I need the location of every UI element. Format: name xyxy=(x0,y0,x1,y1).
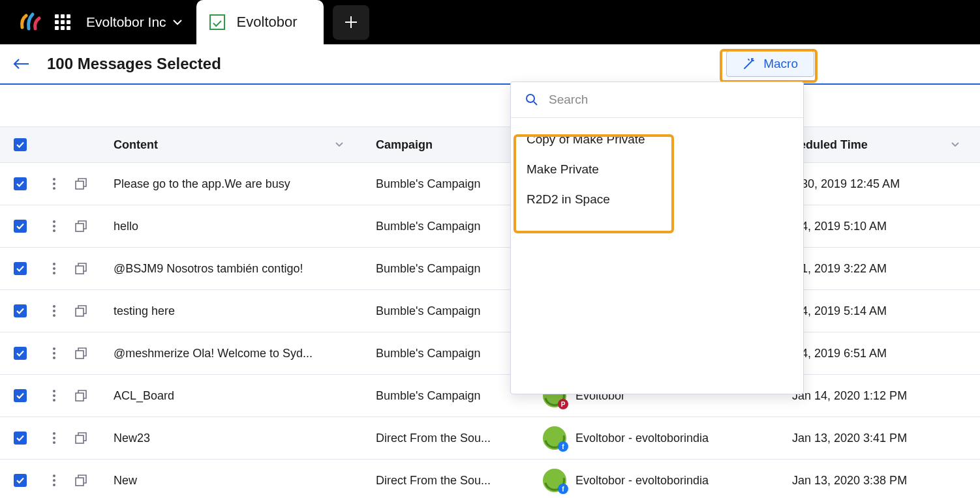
account-name: Evoltobor - evoltoborindia xyxy=(575,474,709,488)
row-menu-icon[interactable] xyxy=(50,475,59,486)
row-scheduled-time: v 30, 2019 12:45 AM xyxy=(779,177,980,191)
dropdown-search-row xyxy=(511,82,803,118)
tab-title: Evoltobor xyxy=(237,14,298,31)
row-menu-icon[interactable] xyxy=(50,263,59,274)
chevron-down-icon xyxy=(335,142,343,147)
row-checkbox[interactable] xyxy=(14,474,27,487)
svg-rect-4 xyxy=(76,351,84,359)
tab-check-icon xyxy=(209,14,225,30)
row-campaign: Direct From the Sou... xyxy=(361,474,538,488)
account-avatar: f xyxy=(543,426,566,450)
row-scheduled-time: c 4, 2019 5:10 AM xyxy=(779,220,980,233)
table-row: testing hereBumble's Campaignc 4, 2019 5… xyxy=(0,290,980,332)
expand-icon[interactable] xyxy=(74,389,87,402)
row-checkbox[interactable] xyxy=(14,177,27,190)
expand-icon[interactable] xyxy=(74,262,87,275)
row-checkbox[interactable] xyxy=(14,432,27,445)
svg-rect-3 xyxy=(76,308,84,316)
active-tab[interactable]: Evoltobor xyxy=(196,0,324,44)
row-content: @BSJM9 Nosotros también contigo! xyxy=(114,262,361,276)
svg-rect-2 xyxy=(76,266,84,274)
svg-rect-0 xyxy=(76,181,84,189)
chevron-down-icon xyxy=(951,142,959,147)
row-content: New xyxy=(114,474,361,488)
svg-rect-5 xyxy=(76,393,84,401)
row-menu-icon[interactable] xyxy=(50,432,59,444)
back-arrow-icon[interactable] xyxy=(13,58,30,70)
plus-icon xyxy=(344,15,358,29)
svg-point-8 xyxy=(527,95,534,102)
row-menu-icon[interactable] xyxy=(50,390,59,402)
svg-rect-1 xyxy=(76,224,84,231)
apps-grid-icon[interactable] xyxy=(55,14,70,30)
select-all-checkbox[interactable] xyxy=(14,138,27,151)
row-content: ACL_Board xyxy=(114,389,361,403)
macro-dropdown-item[interactable]: Copy of Make Private xyxy=(511,124,803,154)
row-content: New23 xyxy=(114,432,361,445)
social-badge-icon: f xyxy=(558,441,568,452)
social-badge-icon: P xyxy=(558,399,568,409)
header-spacer xyxy=(0,85,980,126)
search-icon xyxy=(525,93,538,106)
table-row: ACL_BoardBumble's CampaignPEvoltoborJan … xyxy=(0,375,980,417)
row-scheduled-time: Jan 13, 2020 3:38 PM xyxy=(779,474,980,488)
row-checkbox[interactable] xyxy=(14,347,27,360)
expand-icon[interactable] xyxy=(74,474,87,487)
macro-button[interactable]: Macro xyxy=(726,51,814,77)
row-scheduled-time: c 1, 2019 3:22 AM xyxy=(779,262,980,276)
row-checkbox[interactable] xyxy=(14,262,27,275)
dropdown-search-input[interactable] xyxy=(549,93,789,107)
row-scheduled-time: c 4, 2019 6:51 AM xyxy=(779,347,980,360)
svg-rect-6 xyxy=(76,435,84,443)
account-avatar: f xyxy=(543,469,566,492)
row-menu-icon[interactable] xyxy=(50,305,59,317)
selection-header: 100 Messages Selected Macro xyxy=(0,44,980,85)
table-row: Please go to the app.We are busyBumble's… xyxy=(0,163,980,205)
svg-rect-7 xyxy=(76,478,84,486)
macro-dropdown-panel: Copy of Make PrivateMake PrivateR2D2 in … xyxy=(510,81,804,394)
workspace-name: Evoltobor Inc xyxy=(86,14,166,30)
expand-icon[interactable] xyxy=(74,177,87,190)
macro-dropdown-item[interactable]: R2D2 in Space xyxy=(511,184,803,214)
expand-icon[interactable] xyxy=(74,220,87,233)
macro-dropdown-item[interactable]: Make Private xyxy=(511,154,803,184)
row-scheduled-time: Jan 13, 2020 3:41 PM xyxy=(779,432,980,445)
messages-table: Content Campaign heduled Time Please go … xyxy=(0,126,980,498)
row-content: Please go to the app.We are busy xyxy=(114,177,361,191)
table-header-row: Content Campaign heduled Time xyxy=(0,126,980,163)
table-row: @BSJM9 Nosotros también contigo!Bumble's… xyxy=(0,248,980,290)
table-row: NewDirect From the Sou...fEvoltobor - ev… xyxy=(0,460,980,498)
column-header-content[interactable]: Content xyxy=(114,138,361,152)
row-campaign: Direct From the Sou... xyxy=(361,432,538,445)
workspace-selector[interactable]: Evoltobor Inc xyxy=(86,14,182,30)
macro-button-label: Macro xyxy=(763,57,798,71)
row-content: @meshmerize Ola! Welcome to Syd... xyxy=(114,347,361,360)
selection-title: 100 Messages Selected xyxy=(47,55,221,73)
row-menu-icon[interactable] xyxy=(50,347,59,359)
row-content: testing here xyxy=(114,304,361,318)
column-header-scheduled[interactable]: heduled Time xyxy=(779,138,980,152)
row-account: fEvoltobor - evoltoborindia xyxy=(538,426,779,450)
row-content: hello xyxy=(114,220,361,233)
row-account: fEvoltobor - evoltoborindia xyxy=(538,469,779,492)
account-name: Evoltobor - evoltoborindia xyxy=(575,432,709,445)
expand-icon[interactable] xyxy=(74,304,87,317)
table-row: helloBumble's Campaignc 4, 2019 5:10 AM xyxy=(0,205,980,248)
top-bar: Evoltobor Inc Evoltobor xyxy=(0,0,980,44)
expand-icon[interactable] xyxy=(74,432,87,445)
row-checkbox[interactable] xyxy=(14,220,27,233)
app-logo xyxy=(17,9,43,35)
new-tab-button[interactable] xyxy=(333,5,369,40)
row-menu-icon[interactable] xyxy=(50,178,59,190)
expand-icon[interactable] xyxy=(74,347,87,360)
social-badge-icon: f xyxy=(558,484,568,494)
magic-wand-icon xyxy=(743,57,756,70)
row-scheduled-time: c 4, 2019 5:14 AM xyxy=(779,304,980,318)
row-checkbox[interactable] xyxy=(14,389,27,402)
table-row: New23Direct From the Sou...fEvoltobor - … xyxy=(0,417,980,460)
row-menu-icon[interactable] xyxy=(50,220,59,232)
chevron-down-icon xyxy=(173,19,182,25)
row-checkbox[interactable] xyxy=(14,304,27,317)
table-row: @meshmerize Ola! Welcome to Syd...Bumble… xyxy=(0,332,980,375)
row-scheduled-time: Jan 14, 2020 1:12 PM xyxy=(779,389,980,403)
